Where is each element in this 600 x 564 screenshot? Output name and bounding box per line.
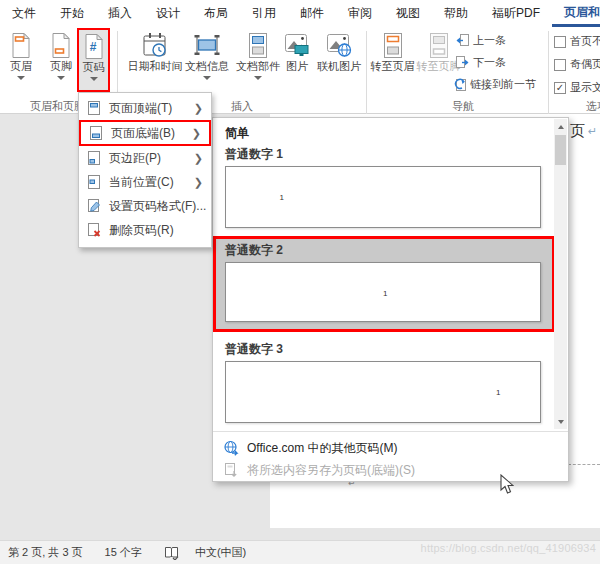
menu-item-remove-page-numbers[interactable]: 删除页码(R) bbox=[79, 218, 211, 242]
ribbon-tab-bar: 文件 开始 插入 设计 布局 引用 邮件 审阅 视图 帮助 福昕PDF 页眉和页… bbox=[0, 0, 600, 27]
tab-review[interactable]: 审阅 bbox=[336, 0, 384, 27]
doc-info-button[interactable]: 文档信息 bbox=[181, 30, 233, 92]
menu-item-current-position[interactable]: 当前位置(C) ❯ bbox=[79, 170, 211, 194]
preview-page-number: 1 bbox=[383, 289, 387, 298]
proofing-status-icon[interactable] bbox=[164, 546, 179, 560]
menu-item-bottom-of-page[interactable]: 页面底端(B) ❯ bbox=[81, 122, 209, 144]
chevron-down-icon bbox=[57, 76, 65, 80]
tab-layout[interactable]: 布局 bbox=[192, 0, 240, 27]
tab-foxit-pdf[interactable]: 福昕PDF bbox=[480, 0, 552, 27]
footer-boundary-dashed-line bbox=[568, 464, 600, 465]
page-number-annotation-box: # 页码 bbox=[77, 28, 110, 92]
next-icon bbox=[455, 55, 470, 70]
group-label-header-footer: 页眉和页脚 bbox=[30, 99, 85, 114]
chevron-down-icon bbox=[203, 76, 211, 80]
svg-text:#: # bbox=[89, 40, 96, 54]
tab-view[interactable]: 视图 bbox=[384, 0, 432, 27]
goto-header-icon bbox=[382, 30, 404, 60]
page-number-button[interactable]: # 页码 bbox=[79, 31, 108, 93]
goto-header-button[interactable]: 转至页眉 bbox=[370, 30, 415, 92]
tab-insert[interactable]: 插入 bbox=[96, 0, 144, 27]
online-picture-icon bbox=[326, 30, 352, 60]
chevron-down-icon bbox=[254, 76, 262, 80]
menu-item-top-of-page[interactable]: 页面顶端(T) ❯ bbox=[79, 96, 211, 120]
tab-references[interactable]: 引用 bbox=[240, 0, 288, 27]
save-selection-icon bbox=[223, 462, 239, 478]
gallery-item-plain-number-2[interactable]: 1 bbox=[225, 262, 541, 322]
page-number-gallery-panel: 简单 普通数字 1 1 普通数字 2 1 普通数字 3 1 Office.com… bbox=[212, 117, 569, 482]
picture-button[interactable]: 图片 bbox=[282, 30, 312, 92]
different-odd-even-checkbox[interactable]: 奇偶页不同 bbox=[554, 57, 600, 72]
menu-item-page-margins[interactable]: 页边距(P) ❯ bbox=[79, 146, 211, 170]
gallery-item-plain-number-2-annotation-box: 普通数字 2 1 bbox=[213, 236, 555, 332]
current-position-icon bbox=[87, 174, 101, 190]
csdn-watermark: https://blog.csdn.net/qq_41906934 bbox=[421, 542, 596, 554]
footer-icon bbox=[50, 30, 72, 60]
menu-item-format-page-numbers[interactable]: 设置页码格式(F)... bbox=[79, 194, 211, 218]
group-label-options: 选项 bbox=[586, 99, 600, 114]
group-label-navigation: 导航 bbox=[452, 99, 474, 114]
bottom-of-page-annotation-box: 页面底端(B) ❯ bbox=[79, 120, 211, 146]
gallery-item-plain-number-3[interactable]: 1 bbox=[225, 361, 541, 423]
scrollbar-down-arrow[interactable] bbox=[554, 414, 567, 429]
scrollbar-up-arrow[interactable] bbox=[554, 119, 567, 134]
page-number-dropdown-menu: 页面顶端(T) ❯ 页面底端(B) ❯ 页边距(P) ❯ 当前位置(C) ❯ 设… bbox=[78, 92, 212, 248]
group-label-insert: 插入 bbox=[231, 99, 253, 114]
tab-help[interactable]: 帮助 bbox=[432, 0, 480, 27]
chevron-down-icon bbox=[90, 77, 98, 81]
scrollbar-thumb[interactable] bbox=[555, 135, 566, 165]
datetime-button[interactable]: 日期和时间 bbox=[126, 30, 184, 92]
tab-mailings[interactable]: 邮件 bbox=[288, 0, 336, 27]
gallery-separator bbox=[213, 431, 568, 432]
header-button[interactable]: 页眉 bbox=[3, 30, 39, 92]
chevron-down-icon bbox=[17, 76, 25, 80]
word-count[interactable]: 15 个字 bbox=[105, 545, 142, 560]
gallery-scrollbar[interactable] bbox=[554, 119, 567, 429]
language-indicator[interactable]: 中文(中国) bbox=[195, 545, 246, 560]
datetime-icon bbox=[142, 30, 168, 60]
top-of-page-icon bbox=[87, 100, 101, 116]
mouse-cursor-icon bbox=[500, 474, 514, 495]
gallery-header: 简单 bbox=[225, 124, 555, 142]
header-icon bbox=[10, 30, 32, 60]
page-margins-icon bbox=[87, 150, 101, 166]
word-window: { "tabs": { "items": [ {"label":"文件"},{"… bbox=[0, 0, 600, 564]
tab-home[interactable]: 开始 bbox=[48, 0, 96, 27]
bottom-of-page-icon bbox=[89, 125, 103, 141]
more-page-numbers-office-com[interactable]: Office.com 中的其他页码(M) ❯ bbox=[223, 437, 555, 459]
goto-footer-icon bbox=[428, 30, 450, 60]
different-first-page-checkbox[interactable]: 首页不同 bbox=[554, 34, 600, 49]
gallery-item-label: 普通数字 1 bbox=[225, 146, 555, 162]
remove-page-numbers-icon bbox=[87, 222, 101, 238]
previous-button[interactable]: 上一条 bbox=[455, 33, 506, 48]
link-to-previous-icon bbox=[452, 77, 467, 92]
doc-info-icon bbox=[193, 30, 221, 60]
preview-page-number: 1 bbox=[496, 388, 500, 397]
document-text: 页 bbox=[570, 122, 585, 141]
preview-page-number: 1 bbox=[279, 193, 283, 202]
gallery-item-label: 普通数字 2 bbox=[225, 242, 541, 258]
doc-parts-icon bbox=[247, 30, 269, 60]
tab-header-footer[interactable]: 页眉和页脚 bbox=[552, 0, 600, 27]
tab-file[interactable]: 文件 bbox=[0, 0, 48, 27]
page-indicator[interactable]: 第 2 页, 共 3 页 bbox=[8, 545, 83, 560]
footer-button[interactable]: 页脚 bbox=[43, 30, 79, 92]
paragraph-mark-icon: ↵ bbox=[588, 125, 597, 138]
online-picture-button[interactable]: 联机图片 bbox=[314, 30, 364, 92]
show-document-text-checkbox[interactable]: ✓ 显示文档文字 bbox=[554, 80, 600, 95]
gallery-item-label: 普通数字 3 bbox=[225, 341, 555, 357]
page-number-icon: # bbox=[83, 31, 105, 61]
doc-parts-button[interactable]: 文档部件 bbox=[232, 30, 284, 92]
previous-icon bbox=[455, 33, 470, 48]
next-button[interactable]: 下一条 bbox=[455, 55, 506, 70]
tab-design[interactable]: 设计 bbox=[144, 0, 192, 27]
link-to-previous-button[interactable]: 链接到前一节 bbox=[452, 77, 536, 92]
gallery-item-plain-number-1[interactable]: 1 bbox=[225, 166, 541, 228]
format-page-numbers-icon bbox=[87, 198, 101, 214]
globe-icon bbox=[223, 440, 239, 456]
picture-icon bbox=[284, 30, 310, 60]
